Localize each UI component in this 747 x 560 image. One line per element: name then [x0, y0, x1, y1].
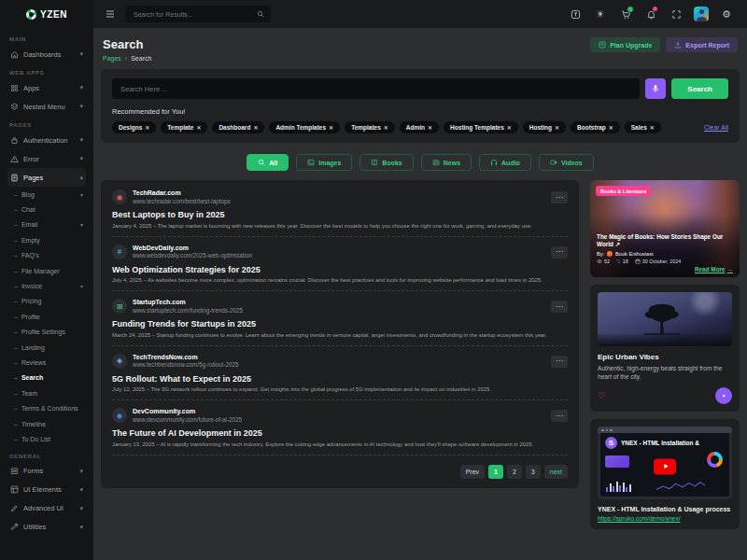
tag-dashboard[interactable]: Dashboard✕ — [212, 121, 264, 133]
site-name[interactable]: StartupTech.com — [133, 299, 243, 305]
site-url[interactable]: www.webdevdaily.com/2025-web-optimizatio… — [133, 252, 252, 259]
sidebar-subitem-team[interactable]: –Team — [14, 385, 86, 400]
tag-template[interactable]: Template✕ — [161, 121, 207, 133]
result-options-button[interactable]: ⋯ — [551, 356, 568, 368]
fullscreen-icon[interactable] — [667, 5, 685, 23]
favorite-heart-icon[interactable]: ♡ — [598, 392, 605, 400]
youtube-play-button[interactable] — [654, 458, 676, 474]
sidebar-subitem-reviews[interactable]: –Reviews — [14, 355, 86, 370]
export-report-button[interactable]: Export Report — [666, 37, 738, 52]
pagination-page-3[interactable]: 3 — [526, 465, 541, 479]
filter-audio[interactable]: Audio — [479, 154, 531, 171]
result-title[interactable]: Funding Trends for Startups in 2025 — [112, 319, 568, 329]
close-icon[interactable]: ✕ — [555, 124, 559, 131]
sidebar-item-nested-menu[interactable]: Nested Menu ▾ — [7, 97, 86, 116]
site-name[interactable]: TechRadar.com — [133, 189, 231, 196]
result-title[interactable]: The Future of AI Development in 2025 — [112, 428, 568, 438]
result-options-button[interactable]: ⋯ — [551, 191, 568, 203]
tag-sales[interactable]: Sales✕ — [625, 121, 661, 133]
site-url[interactable]: www.devcommunity.com/future-of-ai-2025 — [133, 416, 242, 423]
sidebar-subitem-todo[interactable]: –To Do List — [14, 431, 86, 446]
result-title[interactable]: Best Laptops to Buy in 2025 — [112, 210, 568, 219]
sidebar-item-ui-elements[interactable]: UI Elements ▾ — [7, 481, 86, 499]
language-icon[interactable] — [566, 5, 585, 23]
theme-toggle-icon[interactable]: ☀ — [591, 5, 610, 23]
sidebar-subitem-invoice[interactable]: –Invoice▾ — [14, 278, 86, 293]
site-name[interactable]: TechTrendsNow.com — [133, 354, 238, 360]
close-icon[interactable]: ✕ — [609, 124, 613, 131]
close-icon[interactable]: ✕ — [253, 124, 258, 131]
sidebar-subitem-chat[interactable]: –Chat — [14, 202, 86, 217]
brand-logo[interactable]: YZEN — [0, 0, 93, 28]
result-title[interactable]: 5G Rollout: What to Expect in 2025 — [112, 374, 568, 384]
tag-admin-templates[interactable]: Admin Templates✕ — [269, 121, 340, 133]
filter-books[interactable]: Books — [359, 154, 413, 171]
plan-upgrade-button[interactable]: Plan Upgrade — [590, 37, 660, 52]
share-icon[interactable]: ↗ — [615, 241, 620, 247]
sidebar-item-pages[interactable]: Pages ▴ — [7, 168, 86, 187]
sidebar-subitem-empty[interactable]: –Empty — [14, 232, 86, 247]
sidebar-subitem-file-manager[interactable]: –File Manager — [14, 263, 86, 278]
pagination-prev[interactable]: Prev — [460, 465, 485, 479]
sidebar-subitem-search[interactable]: –Search — [14, 371, 86, 385]
author-name[interactable]: Book Enthusiast — [615, 251, 653, 257]
close-icon[interactable]: ✕ — [428, 124, 432, 131]
site-url[interactable]: www.startuptech.com/funding-trends-2025 — [133, 307, 243, 314]
close-icon[interactable]: ✕ — [145, 124, 149, 131]
sidebar-subitem-faqs[interactable]: –FAQ's — [14, 248, 86, 263]
breadcrumb-parent[interactable]: Pages — [103, 55, 121, 62]
clear-all-link[interactable]: Clear All — [704, 124, 728, 131]
site-url[interactable]: www.techradar.com/best/best-laptops — [133, 198, 231, 204]
filter-all[interactable]: All — [247, 154, 289, 171]
search-button[interactable]: Search — [671, 78, 728, 99]
search-input[interactable] — [112, 78, 640, 99]
close-icon[interactable]: ✕ — [329, 124, 333, 131]
tag-bootstrap[interactable]: Bootstrap✕ — [571, 121, 620, 133]
pagination-page-2[interactable]: 2 — [507, 465, 522, 479]
settings-gear-icon[interactable]: ⚙ — [717, 5, 736, 23]
filter-news[interactable]: News — [421, 154, 472, 171]
pagination-page-1[interactable]: 1 — [488, 465, 503, 479]
topbar-search-input[interactable] — [132, 10, 251, 19]
sidebar-subitem-pricing[interactable]: –Pricing — [14, 294, 86, 309]
sidebar-item-utilities[interactable]: Utilities ▾ — [7, 518, 86, 537]
close-icon[interactable]: ✕ — [650, 124, 655, 131]
voice-search-button[interactable] — [645, 78, 666, 99]
user-avatar[interactable] — [692, 5, 711, 23]
sidebar-item-advanced-ui[interactable]: Advanced UI ▾ — [7, 499, 86, 518]
hamburger-menu-icon[interactable] — [105, 8, 116, 20]
sidebar-subitem-profile-settings[interactable]: –Profile Settings — [14, 325, 86, 340]
sidebar-subitem-timeline[interactable]: –Timeline — [14, 416, 86, 431]
sidebar-item-authentication[interactable]: Authentication ▾ — [7, 131, 86, 149]
sidebar-subitem-email[interactable]: –Email▾ — [14, 217, 86, 232]
filter-images[interactable]: Images — [296, 154, 352, 171]
result-options-button[interactable]: ⋯ — [551, 410, 568, 422]
site-name[interactable]: DevCommunity.com — [133, 408, 242, 414]
tag-hosting-templates[interactable]: Hosting Templates✕ — [444, 121, 518, 133]
sidebar-item-forms[interactable]: Forms ▾ — [7, 462, 86, 481]
filter-videos[interactable]: Videos — [539, 154, 594, 171]
read-more-link[interactable]: Read More→ — [695, 266, 733, 273]
pagination-next[interactable]: next — [544, 465, 568, 479]
result-title[interactable]: Web Optimization Strategies for 2025 — [112, 265, 568, 274]
site-url[interactable]: www.techtrendsnow.com/5g-rollout-2025 — [133, 361, 238, 368]
notifications-icon[interactable] — [641, 5, 660, 23]
close-icon[interactable]: ✕ — [507, 124, 512, 131]
result-options-button[interactable]: ⋯ — [551, 246, 568, 259]
cart-icon[interactable] — [616, 5, 635, 23]
tag-designs[interactable]: Designs✕ — [112, 121, 156, 133]
sidebar-item-error[interactable]: Error ▾ — [7, 149, 86, 168]
site-name[interactable]: WebDevDaily.com — [133, 245, 252, 251]
sidebar-subitem-blog[interactable]: –Blog▾ — [14, 187, 86, 202]
sidebar-item-dashboards[interactable]: Dashboards ▾ — [7, 45, 86, 63]
video-link[interactable]: https://spruko.com/demo/ynex/ — [598, 515, 732, 522]
tag-admin[interactable]: Admin✕ — [400, 121, 439, 133]
tag-hosting[interactable]: Hosting✕ — [523, 121, 566, 133]
play-track-button[interactable] — [715, 387, 732, 404]
result-options-button[interactable]: ⋯ — [551, 301, 568, 313]
sidebar-subitem-profile[interactable]: –Profile — [14, 309, 86, 324]
tag-templates[interactable]: Templates✕ — [345, 121, 395, 133]
video-thumbnail[interactable]: S YNEX - HTML Installation & — [598, 427, 732, 499]
close-icon[interactable]: ✕ — [384, 124, 388, 131]
close-icon[interactable]: ✕ — [196, 124, 201, 131]
